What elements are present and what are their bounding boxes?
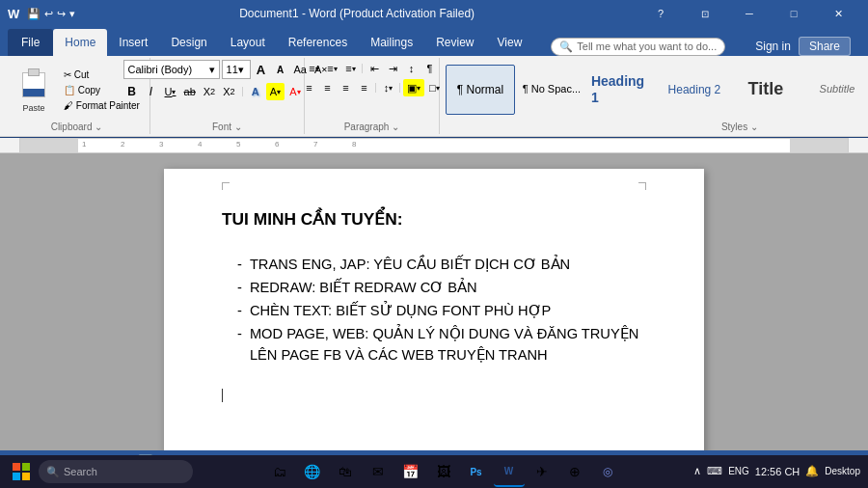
share-button[interactable]: Share xyxy=(799,37,851,56)
close-button[interactable]: ✕ xyxy=(816,0,860,27)
tab-insert[interactable]: Insert xyxy=(107,29,159,56)
tray-time[interactable]: 12:56 CH xyxy=(755,465,800,478)
style-heading1[interactable]: Heading 1 xyxy=(588,65,658,115)
taskbar-app-1[interactable]: 🗂 xyxy=(264,456,295,487)
tab-home[interactable]: Home xyxy=(53,29,107,56)
styles-label: Styles ⌄ xyxy=(721,122,758,132)
multilevel-button[interactable]: ≡▾ xyxy=(341,60,359,77)
taskbar-app-mail[interactable]: ✉ xyxy=(363,456,393,487)
paste-button[interactable]: Paste xyxy=(10,64,58,116)
taskbar: 🔍 Search 🗂 🌐 🛍 ✉ 📅 🖼 Ps W ✈ ⊕ ◎ ∧ ⌨ ENG … xyxy=(0,455,868,488)
increase-indent-button[interactable]: ⇥ xyxy=(384,60,401,77)
list-item-1-text[interactable]: TRANS ENG, JAP: YÊU CẦU BIẾT DỊCH CƠ BẢN xyxy=(250,254,570,275)
tab-view[interactable]: View xyxy=(486,29,534,56)
margin-marker-tr xyxy=(638,182,646,190)
tab-references[interactable]: References xyxy=(277,29,359,56)
sort-button[interactable]: ↕ xyxy=(402,60,420,77)
font-grow-button[interactable]: A xyxy=(253,61,270,78)
underline-dropdown-icon[interactable]: ▾ xyxy=(172,88,176,96)
redo-icon[interactable]: ↪ xyxy=(57,8,66,20)
list-item-4: MOD PAGE, WEB: QUẢN LÝ NỘI DUNG VÀ ĐĂNG … xyxy=(237,323,646,366)
maximize-button[interactable]: □ xyxy=(772,0,816,27)
font-size-dropdown-icon[interactable]: ▾ xyxy=(238,64,244,76)
save-icon[interactable]: 💾 xyxy=(27,8,41,20)
taskbar-search[interactable]: 🔍 Search xyxy=(39,460,193,483)
align-left-button[interactable]: ≡ xyxy=(300,79,317,96)
style-heading2-preview: Heading 2 xyxy=(668,83,721,96)
document-container[interactable]: TUI MINH CẦN TUYỂN: TRANS ENG, JAP: YÊU … xyxy=(0,153,868,450)
taskbar-app-photos[interactable]: 🖼 xyxy=(428,456,459,487)
paragraph-expand-icon[interactable]: ⌄ xyxy=(392,122,399,132)
font-group: Calibri (Body) ▾ 11 ▾ A A Aa A✕ B xyxy=(150,58,305,134)
italic-button[interactable]: I xyxy=(143,83,160,100)
restore-button[interactable]: ⊡ xyxy=(683,0,727,27)
font-name-input[interactable]: Calibri (Body) ▾ xyxy=(123,60,220,79)
notification-icon[interactable]: 🔔 xyxy=(805,465,819,477)
taskbar-app-edge[interactable]: 🌐 xyxy=(297,456,328,487)
highlight-dropdown-icon[interactable]: ▾ xyxy=(277,88,281,96)
clipboard-expand-icon[interactable]: ⌄ xyxy=(95,122,102,132)
start-button[interactable] xyxy=(8,458,35,485)
font-expand-icon[interactable]: ⌄ xyxy=(234,122,242,132)
align-center-button[interactable]: ≡ xyxy=(318,79,336,96)
taskbar-app-discord[interactable]: ◎ xyxy=(592,456,623,487)
list-item-4-text[interactable]: MOD PAGE, WEB: QUẢN LÝ NỘI DUNG VÀ ĐĂNG … xyxy=(250,323,646,366)
taskbar-tray: ∧ ⌨ ENG 12:56 CH 🔔 Desktop xyxy=(693,465,860,478)
list-item-2: REDRAW: BIẾT REDRAW CƠ BẢN xyxy=(237,277,646,298)
style-heading2[interactable]: Heading 2 xyxy=(660,65,729,115)
text-effects-button[interactable]: A xyxy=(247,83,264,100)
font-size-input[interactable]: 11 ▾ xyxy=(222,60,251,79)
show-paragraph-button[interactable]: ¶ xyxy=(420,60,438,77)
list-item-3-text[interactable]: CHÈN TEXT: BIẾT SỬ DỤNG FONT PHÙ HỢP xyxy=(250,300,551,321)
help-button[interactable]: ? xyxy=(638,0,683,27)
tell-me-box[interactable]: 🔍 Tell me what you want to do... xyxy=(551,38,725,56)
tab-review[interactable]: Review xyxy=(424,29,485,56)
document-page[interactable]: TUI MINH CẦN TUYỂN: TRANS ENG, JAP: YÊU … xyxy=(164,169,704,450)
style-no-spacing[interactable]: ¶ No Spac... xyxy=(517,65,586,115)
bold-button[interactable]: B xyxy=(123,83,141,100)
strikethrough-button[interactable]: ab xyxy=(181,83,199,100)
tray-keyboard-icon[interactable]: ⌨ xyxy=(707,465,722,477)
tray-lang-icon[interactable]: ENG xyxy=(728,466,749,476)
style-subtitle-preview: Subtitle xyxy=(820,83,855,95)
highlight-button[interactable]: A▾ xyxy=(266,83,285,100)
clipboard-label: Clipboard ⌄ xyxy=(51,122,103,132)
shading-button[interactable]: ▣▾ xyxy=(403,79,424,96)
line-spacing-button[interactable]: ↕▾ xyxy=(379,79,396,96)
undo-icon[interactable]: ↩ xyxy=(44,8,53,20)
tab-mailings[interactable]: Mailings xyxy=(359,29,424,56)
desktop-button[interactable]: Desktop xyxy=(825,466,860,476)
taskbar-app-word[interactable]: W xyxy=(494,456,525,487)
underline-button[interactable]: U▾ xyxy=(162,83,179,100)
minimize-button[interactable]: ─ xyxy=(727,0,772,27)
tab-layout[interactable]: Layout xyxy=(219,29,277,56)
justify-button[interactable]: ≡ xyxy=(355,79,372,96)
superscript-button[interactable]: X2 xyxy=(220,83,237,100)
window-title: Document1 - Word (Product Activation Fai… xyxy=(75,7,638,20)
styles-expand-icon[interactable]: ⌄ xyxy=(750,122,758,132)
font-shrink-button[interactable]: A xyxy=(272,61,289,78)
style-subtitle[interactable]: Subtitle xyxy=(802,65,868,115)
taskbar-app-telegram[interactable]: ✈ xyxy=(527,456,557,487)
decrease-indent-button[interactable]: ⇤ xyxy=(366,60,383,77)
style-title[interactable]: Title xyxy=(731,65,800,115)
numbering-button[interactable]: ≡▾ xyxy=(323,60,340,77)
taskbar-app-calendar[interactable]: 📅 xyxy=(395,456,426,487)
style-normal[interactable]: ¶ Normal xyxy=(446,65,515,115)
cursor xyxy=(222,389,223,402)
taskbar-app-store[interactable]: 🛍 xyxy=(330,456,361,487)
document-heading[interactable]: TUI MINH CẦN TUYỂN: xyxy=(222,207,646,232)
subscript-button[interactable]: X2 xyxy=(201,83,218,100)
font-name-dropdown-icon[interactable]: ▾ xyxy=(209,64,215,76)
align-right-button[interactable]: ≡ xyxy=(337,79,354,96)
tray-expand-icon[interactable]: ∧ xyxy=(693,465,701,477)
styles-content: ¶ Normal ¶ No Spac... Heading 1 Heading … xyxy=(446,60,868,120)
tab-design[interactable]: Design xyxy=(159,29,218,56)
bullets-button[interactable]: ≡▾ xyxy=(305,60,322,77)
taskbar-app-chrome[interactable]: ⊕ xyxy=(559,456,590,487)
tab-file[interactable]: File xyxy=(8,29,53,56)
taskbar-app-ps[interactable]: Ps xyxy=(461,456,492,487)
list-item-2-text[interactable]: REDRAW: BIẾT REDRAW CƠ BẢN xyxy=(250,277,477,298)
search-icon: 🔍 xyxy=(559,41,573,53)
signin-link[interactable]: Sign in xyxy=(755,40,791,53)
